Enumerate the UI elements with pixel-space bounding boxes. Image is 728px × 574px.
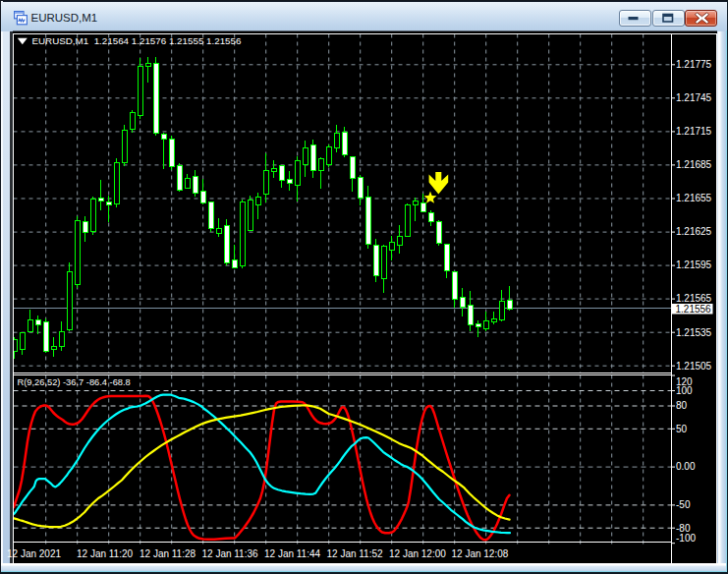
svg-text:50: 50 xyxy=(676,424,688,434)
svg-text:1.21595: 1.21595 xyxy=(676,259,712,270)
svg-text:1.21685: 1.21685 xyxy=(676,159,712,170)
svg-text:100: 100 xyxy=(676,385,693,396)
svg-text:12 Jan 2021: 12 Jan 2021 xyxy=(7,548,61,559)
svg-text:1.21535: 1.21535 xyxy=(676,327,712,338)
svg-text:-100: -100 xyxy=(676,533,696,544)
svg-text:1.21745: 1.21745 xyxy=(676,92,712,103)
svg-text:12 Jan 11:20: 12 Jan 11:20 xyxy=(77,548,134,559)
svg-text:1.21556: 1.21556 xyxy=(676,304,712,315)
svg-text:12 Jan 11:36: 12 Jan 11:36 xyxy=(202,548,259,559)
svg-text:1.21715: 1.21715 xyxy=(676,126,712,137)
svg-text:12 Jan 11:44: 12 Jan 11:44 xyxy=(264,548,321,559)
svg-text:12 Jan 11:52: 12 Jan 11:52 xyxy=(327,548,384,559)
svg-text:12 Jan 12:08: 12 Jan 12:08 xyxy=(452,548,509,559)
svg-text:1.21625: 1.21625 xyxy=(676,226,712,237)
svg-text:EURUSD,M1 1.21564 1.21576 1.2: EURUSD,M1 1.21564 1.21576 1.21555 1.2155… xyxy=(32,35,243,46)
svg-text:80: 80 xyxy=(676,400,688,411)
svg-text:-80: -80 xyxy=(676,523,691,534)
svg-text:0.00: 0.00 xyxy=(676,461,696,472)
svg-text:1.21775: 1.21775 xyxy=(676,59,712,70)
svg-text:-50: -50 xyxy=(676,499,691,510)
svg-text:12 Jan 11:28: 12 Jan 11:28 xyxy=(140,548,196,559)
svg-text:1.21505: 1.21505 xyxy=(676,361,712,372)
svg-text:12 Jan 12:00: 12 Jan 12:00 xyxy=(389,548,446,559)
svg-text:1.21655: 1.21655 xyxy=(676,193,712,203)
svg-text:R(9,26,52) -36.7 -86.4 -68.8: R(9,26,52) -36.7 -86.4 -68.8 xyxy=(18,377,131,387)
